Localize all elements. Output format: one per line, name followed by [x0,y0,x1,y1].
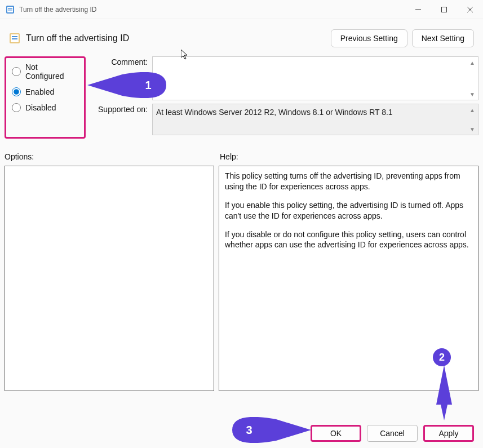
radio-label: Disabled [25,103,56,112]
svg-rect-3 [8,10,12,11]
comment-row: Comment: ▲ ▼ [90,56,478,100]
svg-rect-2 [8,8,12,9]
radio-enabled[interactable]: Enabled [12,87,78,96]
apply-button[interactable]: Apply [423,425,474,442]
help-text: If you disable or do not configure this … [225,229,472,251]
ok-button[interactable]: OK [311,425,361,442]
next-setting-button[interactable]: Next Setting [412,29,474,47]
radio-not-configured[interactable]: Not Configured [12,63,78,81]
panels: This policy setting turns off the advert… [0,166,483,391]
supported-textarea: At least Windows Server 2012 R2, Windows… [152,104,478,135]
radio-disabled[interactable]: Disabled [12,103,78,112]
footer: OK Cancel Apply [0,419,483,448]
section-labels: Options: Help: [0,139,483,166]
options-label: Options: [5,152,220,161]
maximize-button[interactable] [431,0,457,19]
help-text: If you enable this policy setting, the a… [225,200,472,221]
options-panel [5,166,214,391]
help-label: Help: [220,152,238,161]
radio-label: Enabled [25,87,54,96]
help-panel: This policy setting turns off the advert… [219,166,478,391]
page-title: Turn off the advertising ID [26,33,326,43]
supported-label: Supported on: [90,104,152,114]
svg-rect-10 [12,36,17,37]
scroll-down-icon[interactable]: ▼ [468,90,477,99]
radio-disabled-input[interactable] [12,103,21,112]
comment-textarea[interactable]: ▲ ▼ [152,56,478,100]
cancel-button[interactable]: Cancel [367,425,418,442]
radio-label: Not Configured [25,63,78,81]
close-button[interactable] [457,0,483,19]
minimize-button[interactable] [405,0,431,19]
scroll-up-icon[interactable]: ▲ [468,58,477,67]
titlebar: Turn off the advertising ID [0,0,483,19]
help-text: This policy setting turns off the advert… [225,171,472,192]
scroll-down-icon[interactable]: ▼ [468,125,477,134]
previous-setting-button[interactable]: Previous Setting [331,29,407,47]
svg-rect-11 [12,38,17,39]
field-column: Comment: ▲ ▼ Supported on: At least Wind… [86,56,478,139]
supported-row: Supported on: At least Windows Server 20… [90,104,478,135]
scroll-up-icon[interactable]: ▲ [468,105,477,114]
config-area: Not Configured Enabled Disabled Comment:… [0,53,483,139]
state-radio-group: Not Configured Enabled Disabled [5,56,86,139]
window-title: Turn off the advertising ID [19,6,405,14]
header: Turn off the advertising ID Previous Set… [0,19,483,53]
radio-enabled-input[interactable] [12,87,21,96]
policy-icon [6,5,15,14]
svg-rect-5 [442,7,447,12]
supported-value: At least Windows Server 2012 R2, Windows… [156,108,393,117]
comment-label: Comment: [90,56,152,66]
policy-icon [9,33,20,44]
radio-not-configured-input[interactable] [12,67,21,76]
